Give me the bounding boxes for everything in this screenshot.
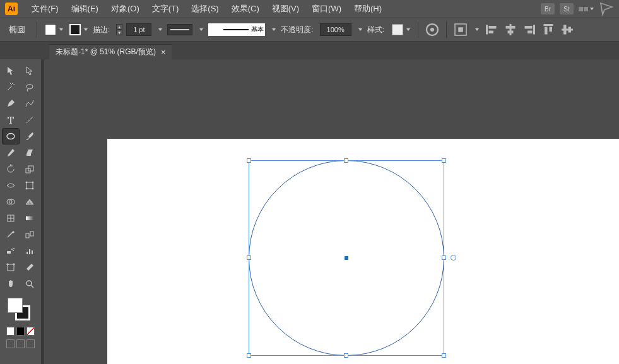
stroke-weight-dropdown[interactable] (155, 27, 163, 32)
canvas-area[interactable] (44, 59, 619, 364)
opacity-dropdown[interactable] (355, 27, 363, 32)
paintbrush-tool-icon[interactable] (21, 129, 38, 144)
pencil-tool-icon[interactable] (3, 145, 19, 160)
close-tab-icon[interactable]: × (161, 47, 166, 57)
blend-tool-icon[interactable] (21, 227, 38, 242)
rotate-tool-icon[interactable] (3, 161, 19, 177)
align-to-artboard-icon[interactable] (453, 22, 468, 37)
svg-rect-35 (30, 232, 33, 236)
brush-dropdown[interactable] (269, 27, 277, 32)
eyedropper-tool-icon[interactable] (3, 227, 19, 242)
lasso-tool-icon[interactable] (21, 79, 38, 95)
color-mode-none-icon[interactable] (27, 327, 35, 336)
stroke-color-swatch[interactable] (68, 23, 89, 37)
draw-inside-icon[interactable] (27, 339, 35, 348)
type-tool-icon[interactable] (3, 112, 19, 127)
variable-width-profile[interactable] (167, 24, 192, 35)
draw-behind-icon[interactable] (16, 339, 25, 348)
menu-file[interactable]: 文件(F) (25, 3, 65, 15)
svg-rect-41 (29, 249, 30, 254)
menu-view[interactable]: 视图(V) (266, 3, 305, 15)
handle-top-right[interactable] (442, 158, 446, 163)
align-vcenter-icon[interactable] (560, 22, 575, 37)
stroke-weight-spinner[interactable]: ▲▼ (116, 24, 122, 35)
svg-rect-43 (8, 264, 14, 271)
handle-mid-right[interactable] (442, 255, 446, 260)
svg-rect-11 (525, 26, 533, 29)
svg-rect-33 (26, 216, 33, 220)
menu-edit[interactable]: 编辑(E) (65, 3, 105, 15)
gradient-tool-icon[interactable] (21, 211, 38, 226)
handle-bottom-left[interactable] (247, 353, 251, 358)
menu-effect[interactable]: 效果(C) (225, 3, 266, 15)
document-tab[interactable]: 未标题-1* @ 51% (RGB/预览) × (49, 44, 172, 59)
hand-tool-icon[interactable] (3, 276, 19, 291)
brush-definition[interactable]: 基本 (208, 23, 265, 36)
menu-select[interactable]: 选择(S) (185, 3, 225, 15)
svg-point-26 (26, 188, 27, 189)
stock-icon[interactable]: St (560, 3, 574, 15)
ellipse-tool-icon[interactable] (3, 129, 19, 144)
align-top-icon[interactable] (541, 22, 556, 37)
gpu-preview-icon[interactable] (599, 1, 614, 16)
handle-bottom-right[interactable] (442, 353, 446, 358)
align-left-icon[interactable] (484, 22, 499, 37)
perspective-grid-tool-icon[interactable] (21, 194, 38, 209)
column-graph-tool-icon[interactable] (21, 244, 38, 259)
fill-stroke-indicator[interactable] (8, 298, 30, 320)
document-tab-title: 未标题-1* @ 51% (RGB/预览) (56, 47, 156, 57)
selection-tool-icon[interactable] (3, 63, 19, 78)
bridge-icon[interactable]: Br (541, 3, 555, 15)
svg-rect-40 (27, 252, 28, 254)
pen-tool-icon[interactable] (3, 96, 19, 111)
direct-selection-tool-icon[interactable] (21, 63, 38, 78)
svg-rect-10 (533, 25, 535, 35)
symbol-sprayer-tool-icon[interactable] (3, 244, 19, 259)
app-logo: Ai (5, 3, 18, 15)
svg-line-19 (27, 117, 33, 123)
free-transform-tool-icon[interactable] (21, 178, 38, 193)
color-mode-color-icon[interactable] (6, 327, 15, 336)
menu-help[interactable]: 帮助(H) (348, 3, 388, 15)
menu-object[interactable]: 对象(O) (105, 3, 146, 15)
align-right-icon[interactable] (522, 22, 537, 37)
align-hcenter-icon[interactable] (503, 22, 518, 37)
slice-tool-icon[interactable] (21, 260, 38, 275)
reference-point-icon[interactable] (451, 255, 456, 261)
stroke-weight-input[interactable]: 1 pt (126, 23, 151, 36)
recolor-artwork-icon[interactable] (425, 22, 440, 37)
draw-normal-icon[interactable] (6, 339, 15, 348)
svg-point-1 (430, 28, 434, 32)
menu-type[interactable]: 文字(T) (146, 3, 186, 15)
zoom-tool-icon[interactable] (21, 276, 38, 291)
opacity-input[interactable]: 100% (320, 23, 351, 36)
svg-rect-23 (27, 182, 33, 189)
width-tool-icon[interactable] (3, 178, 19, 193)
selection-bounding-box[interactable] (249, 160, 444, 356)
menu-window[interactable]: 窗口(W) (305, 3, 348, 15)
menu-bar: Ai 文件(F) 编辑(E) 对象(O) 文字(T) 选择(S) 效果(C) 视… (0, 0, 619, 18)
artboard-tool-icon[interactable] (3, 260, 19, 275)
style-label: 样式: (367, 25, 384, 35)
fill-indicator[interactable] (8, 298, 23, 313)
graphic-style-swatch[interactable] (391, 23, 411, 37)
handle-mid-left[interactable] (247, 255, 251, 260)
handle-top-left[interactable] (247, 158, 251, 163)
magic-wand-tool-icon[interactable] (3, 79, 19, 95)
eraser-tool-icon[interactable] (21, 145, 38, 160)
shape-builder-tool-icon[interactable] (3, 194, 19, 209)
handle-bottom-center[interactable] (344, 353, 348, 358)
handle-top-center[interactable] (344, 158, 348, 163)
svg-rect-14 (545, 27, 548, 35)
curvature-tool-icon[interactable] (21, 96, 38, 111)
arrange-documents-icon[interactable] (579, 1, 594, 16)
line-segment-tool-icon[interactable] (21, 112, 38, 127)
scale-tool-icon[interactable] (21, 161, 38, 177)
active-tool-label: 椭圆 (5, 24, 30, 35)
fill-color-swatch[interactable] (44, 23, 64, 37)
variable-width-dropdown[interactable] (196, 27, 204, 32)
toolbox (0, 59, 41, 364)
mesh-tool-icon[interactable] (3, 211, 19, 226)
color-mode-gradient-icon[interactable] (16, 327, 25, 336)
align-flyout[interactable] (472, 27, 480, 32)
